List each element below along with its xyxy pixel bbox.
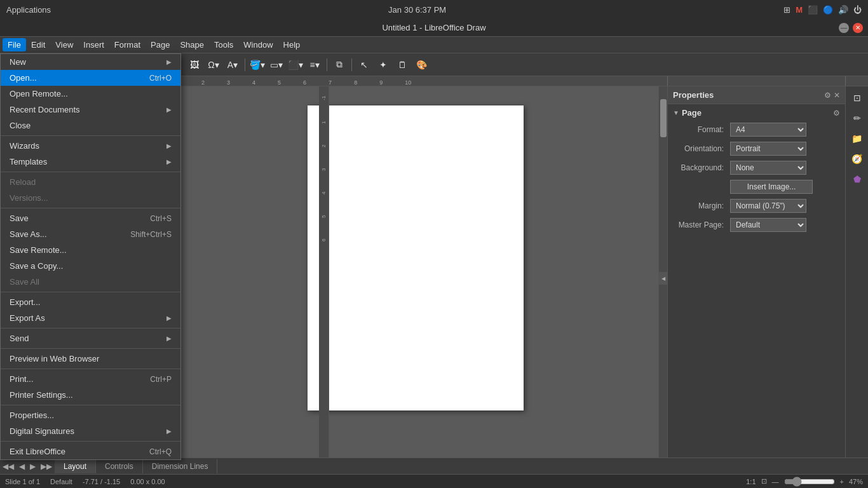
menu-sep-5 (1, 328, 180, 329)
versions-label: Versions... (10, 193, 48, 203)
menu-edit[interactable]: Edit (26, 38, 50, 51)
zoom-out-icon[interactable]: — (772, 478, 779, 485)
menu-preview-web[interactable]: Preview in Web Browser (1, 351, 180, 367)
menu-view[interactable]: View (50, 38, 78, 51)
format-row: Format: A4 (673, 123, 840, 137)
insert-image-button[interactable]: Insert Image... (730, 180, 813, 194)
reload-label: Reload (10, 177, 36, 187)
menu-save-as[interactable]: Save As... Shift+Ctrl+S (1, 226, 180, 242)
minimize-button[interactable]: — (839, 23, 849, 33)
ruler-v-mark: 2 (321, 138, 327, 147)
open-label: Open... (10, 73, 37, 83)
view-toggle-button[interactable]: ⊡ (761, 477, 767, 485)
tab-prev[interactable]: ◀ (17, 462, 27, 471)
image-button[interactable]: 🖼 (186, 56, 203, 74)
menu-export-as[interactable]: Export As ▶ (1, 310, 180, 326)
ruler-mark: 10 (405, 79, 411, 86)
zoom-slider[interactable] (784, 477, 835, 487)
page-section-header[interactable]: ▼ Page ⚙ (673, 108, 840, 118)
panel-settings-button[interactable]: ⚙ (824, 91, 831, 100)
arrange-button[interactable]: ⬛▾ (287, 56, 304, 74)
styles-button[interactable]: 🎨 (412, 56, 430, 74)
menu-open-remote[interactable]: Open Remote... (1, 86, 180, 102)
open-shortcut: Ctrl+O (149, 74, 172, 83)
zoom-in-icon[interactable]: + (840, 478, 844, 485)
select-button[interactable]: ↖ (355, 56, 373, 74)
menu-close[interactable]: Close (1, 118, 180, 133)
applications-menu[interactable]: Applications (6, 5, 51, 15)
tab-controls[interactable]: Controls (96, 459, 143, 473)
right-icon-4[interactable]: 🧭 (848, 150, 866, 168)
menu-help[interactable]: Help (278, 38, 306, 51)
mail-icon[interactable]: M (796, 5, 803, 15)
line-button[interactable]: ▭▾ (268, 56, 285, 74)
master-page-select[interactable]: Default (730, 218, 806, 232)
statusbar-right: 1:1 ⊡ — + 47% (746, 477, 863, 487)
close-button[interactable]: ✕ (853, 23, 863, 33)
page-section-settings[interactable]: ⚙ (833, 109, 840, 118)
power-icon[interactable]: ⏻ (853, 5, 862, 15)
bluetooth-icon[interactable]: 🔵 (823, 5, 833, 15)
menu-save-copy[interactable]: Save a Copy... (1, 258, 180, 274)
volume-icon[interactable]: 🔊 (838, 5, 848, 15)
window-icon[interactable]: ⊞ (783, 5, 790, 15)
page-drawing-canvas[interactable] (308, 105, 524, 410)
right-icon-2[interactable]: ✏ (848, 109, 866, 127)
menu-export[interactable]: Export... (1, 294, 180, 310)
save-label: Save (10, 214, 29, 223)
menu-page[interactable]: Page (146, 38, 175, 51)
menu-save[interactable]: Save Ctrl+S (1, 210, 180, 226)
margin-select[interactable]: Normal (0.75") (730, 199, 806, 213)
vertical-scrollbar[interactable]: ◀ (658, 86, 667, 458)
menu-window[interactable]: Window (238, 38, 278, 51)
export-as-arrow: ▶ (166, 315, 172, 322)
menu-properties[interactable]: Properties... (1, 407, 180, 423)
tab-layout[interactable]: Layout (55, 459, 96, 473)
special-char-button[interactable]: Ω▾ (205, 56, 222, 74)
chat-icon[interactable]: ⬛ (808, 5, 818, 15)
page-properties-section: ▼ Page ⚙ Format: A4 Orientation: (668, 104, 845, 241)
templates-arrow: ▶ (166, 158, 172, 165)
menu-send[interactable]: Send ▶ (1, 330, 180, 346)
menu-digital-sig[interactable]: Digital Signatures ▶ (1, 423, 180, 439)
orientation-select[interactable]: Portrait (730, 142, 806, 156)
tab-next[interactable]: ▶ (27, 462, 38, 471)
tab-scroll-left[interactable]: ◀◀ (0, 462, 17, 471)
menu-recent-docs[interactable]: Recent Documents ▶ (1, 102, 180, 118)
right-icon-3[interactable]: 📁 (848, 130, 866, 147)
right-icon-1[interactable]: ⊡ (848, 89, 866, 107)
menu-print[interactable]: Print... Ctrl+P (1, 371, 180, 387)
right-icon-bar: ⊡ ✏ 📁 🧭 ⬟ (845, 86, 868, 458)
top-system-bar: Applications Jan 30 6:37 PM ⊞ M ⬛ 🔵 🔊 ⏻ (0, 0, 868, 19)
menu-wizards[interactable]: Wizards ▶ (1, 138, 180, 154)
right-icon-5[interactable]: ⬟ (848, 170, 866, 188)
menu-format[interactable]: Format (109, 38, 146, 51)
menu-file[interactable]: File (3, 38, 26, 51)
menu-new[interactable]: New ▶ (1, 54, 180, 70)
navigator-button[interactable]: 🗒 (393, 56, 411, 74)
menu-printer-settings[interactable]: Printer Settings... (1, 387, 180, 403)
gluepoints-button[interactable]: ✦ (374, 56, 392, 74)
fontwork-button[interactable]: A▾ (224, 56, 241, 74)
fill-button[interactable]: 🪣▾ (248, 56, 266, 74)
crop-button[interactable]: ⧉ (330, 56, 348, 74)
properties-label: Properties... (10, 410, 54, 420)
tab-dimension-lines[interactable]: Dimension Lines (143, 459, 218, 473)
drawing-canvas-area[interactable]: -1 1 2 3 4 5 6 (159, 86, 658, 458)
menu-open[interactable]: Open... Ctrl+O (1, 70, 180, 86)
panel-close-button[interactable]: ✕ (834, 91, 840, 100)
menu-sep-7 (1, 369, 180, 369)
scroll-thumb[interactable] (660, 99, 667, 137)
menu-save-remote[interactable]: Save Remote... (1, 242, 180, 258)
menu-shape[interactable]: Shape (175, 38, 209, 51)
format-select[interactable]: A4 (730, 123, 806, 137)
tab-scroll-right[interactable]: ▶▶ (38, 462, 55, 471)
menu-insert[interactable]: Insert (78, 38, 109, 51)
align-button[interactable]: ≡▾ (306, 56, 323, 74)
background-select[interactable]: None (730, 161, 806, 175)
panel-collapse-button[interactable]: ◀ (659, 272, 668, 285)
background-control: None (730, 161, 840, 175)
menu-exit[interactable]: Exit LibreOffice Ctrl+Q (1, 444, 180, 459)
menu-tools[interactable]: Tools (209, 38, 238, 51)
menu-templates[interactable]: Templates ▶ (1, 154, 180, 170)
